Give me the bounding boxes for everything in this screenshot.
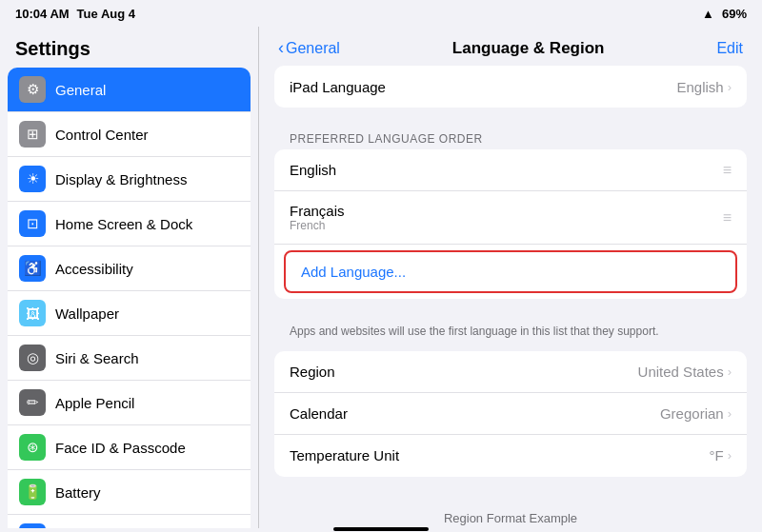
sidebar-item-display-brightness[interactable]: ☀ Display & Brightness	[8, 157, 251, 202]
ipad-language-chevron-icon: ›	[728, 80, 732, 94]
add-language-container: Add Language...	[274, 245, 747, 299]
sidebar-item-face-id[interactable]: ⊛ Face ID & Passcode	[8, 425, 251, 470]
sidebar-item-general[interactable]: ⚙ General	[8, 68, 251, 112]
sidebar-item-wallpaper[interactable]: 🖼 Wallpaper	[8, 291, 251, 336]
page-title: Language & Region	[452, 39, 605, 58]
sidebar-item-apple-pencil[interactable]: ✏ Apple Pencil	[8, 381, 251, 425]
sidebar-label-accessibility: Accessibility	[55, 261, 133, 277]
calendar-row[interactable]: Calendar Gregorian ›	[274, 393, 747, 435]
battery-level: 69%	[722, 7, 747, 21]
add-language-button[interactable]: Add Language...	[284, 250, 737, 293]
content-header: ‹ General Language & Region Edit	[259, 27, 762, 66]
region-format-title: Region Format Example	[290, 511, 732, 525]
sidebar-item-siri-search[interactable]: ◎ Siri & Search	[8, 336, 251, 381]
calendar-chevron-icon: ›	[728, 406, 732, 421]
general-icon: ⚙	[19, 76, 46, 103]
status-bar: 10:04 AM Tue Aug 4 ▲ 69%	[0, 0, 762, 27]
language-name-french: Français	[290, 203, 345, 219]
sidebar-item-home-screen[interactable]: ⊡ Home Screen & Dock	[8, 202, 251, 246]
accessibility-icon: ♿	[19, 255, 46, 282]
region-value: United States	[638, 364, 724, 380]
sidebar-item-control-center[interactable]: ⊞ Control Center	[8, 112, 251, 157]
status-date: Tue Aug 4	[77, 7, 135, 21]
sidebar-group-1: ⚙ General ⊞ Control Center ☀ Display & B…	[8, 68, 251, 528]
sidebar-label-siri-search: Siri & Search	[55, 350, 139, 366]
sidebar-label-face-id: Face ID & Passcode	[55, 440, 186, 456]
region-label: Region	[290, 364, 335, 380]
region-format-section: Region Format Example 12:34 AM Saturday,…	[274, 496, 747, 528]
calendar-value: Gregorian	[660, 405, 724, 422]
sidebar-label-control-center: Control Center	[55, 127, 149, 143]
content-panel: ‹ General Language & Region Edit iPad La…	[259, 27, 762, 528]
back-label: General	[286, 40, 340, 57]
home-indicator	[333, 527, 429, 531]
status-time: 10:04 AM	[15, 7, 70, 21]
region-value-group: United States ›	[638, 364, 732, 380]
language-row-french[interactable]: Français French ≡	[274, 191, 747, 245]
sidebar-label-display-brightness: Display & Brightness	[55, 171, 187, 187]
back-button[interactable]: ‹ General	[278, 38, 340, 58]
french-lang-info: Français French	[290, 203, 345, 232]
home-screen-icon: ⊡	[19, 210, 46, 237]
status-left: 10:04 AM Tue Aug 4	[15, 7, 135, 21]
sidebar-label-general: General	[55, 82, 106, 98]
preferred-language-card: English ≡ Français French ≡ Add Language…	[274, 149, 747, 299]
temperature-value: °F	[709, 447, 723, 463]
control-center-icon: ⊞	[19, 121, 46, 148]
reorder-icon-french: ≡	[723, 209, 732, 227]
ipad-language-label: iPad Language	[290, 79, 386, 95]
region-chevron-icon: ›	[728, 365, 732, 379]
siri-icon: ◎	[19, 345, 46, 371]
sidebar-item-accessibility[interactable]: ♿ Accessibility	[8, 246, 251, 291]
reorder-icon-english: ≡	[723, 162, 732, 179]
battery-icon: 🔋	[19, 479, 46, 505]
temperature-label: Temperature Unit	[290, 447, 399, 463]
language-row-english[interactable]: English ≡	[274, 149, 747, 191]
calendar-value-group: Gregorian ›	[660, 405, 732, 422]
sidebar: Settings ⚙ General ⊞ Control Center ☀ Di…	[0, 27, 259, 528]
display-brightness-icon: ☀	[19, 166, 46, 192]
bottom-bar	[0, 528, 762, 532]
sidebar-item-battery[interactable]: 🔋 Battery	[8, 470, 251, 515]
temperature-row[interactable]: Temperature Unit °F ›	[274, 435, 747, 477]
language-note: Apps and websites will use the first lan…	[274, 318, 747, 351]
ipad-language-value-group: English ›	[676, 79, 732, 95]
language-subname-french: French	[290, 219, 345, 232]
preferred-language-header: PREFERRED LANGUAGE ORDER	[274, 127, 747, 149]
privacy-icon: ✋	[19, 523, 46, 528]
sidebar-label-wallpaper: Wallpaper	[55, 305, 119, 322]
apple-pencil-icon: ✏	[19, 389, 46, 416]
edit-button[interactable]: Edit	[716, 40, 743, 57]
sidebar-label-home-screen: Home Screen & Dock	[55, 216, 192, 232]
ipad-language-row[interactable]: iPad Language English ›	[274, 66, 747, 108]
main-layout: Settings ⚙ General ⊞ Control Center ☀ Di…	[0, 27, 762, 528]
face-id-icon: ⊛	[19, 434, 46, 461]
temperature-chevron-icon: ›	[728, 448, 732, 463]
language-name-english: English	[290, 162, 336, 178]
status-right: ▲ 69%	[702, 7, 747, 21]
calendar-label: Calendar	[290, 405, 348, 422]
sidebar-item-privacy[interactable]: ✋ Privacy	[8, 515, 251, 528]
back-chevron-icon: ‹	[278, 38, 284, 58]
region-row[interactable]: Region United States ›	[274, 351, 747, 393]
content-body: iPad Language English › PREFERRED LANGUA…	[259, 66, 762, 528]
ipad-language-value: English	[676, 79, 723, 95]
region-settings-card: Region United States › Calendar Gregoria…	[274, 351, 747, 477]
sidebar-title: Settings	[0, 27, 258, 68]
wifi-icon: ▲	[702, 7, 714, 21]
sidebar-label-battery: Battery	[55, 484, 101, 501]
ipad-language-card: iPad Language English ›	[274, 66, 747, 108]
sidebar-label-apple-pencil: Apple Pencil	[55, 395, 134, 411]
temperature-value-group: °F ›	[709, 447, 732, 463]
wallpaper-icon: 🖼	[19, 300, 46, 326]
